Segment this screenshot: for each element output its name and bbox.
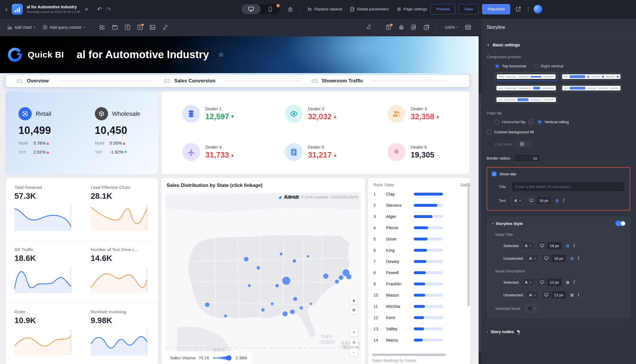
trend-card[interactable]: SR Traffic 18.6K [6, 240, 82, 302]
dealer-kpi[interactable]: Dealer 3 32,358▲ [367, 94, 469, 133]
bold-button[interactable]: B [566, 243, 569, 248]
redo-icon[interactable]: ↷ [106, 6, 111, 13]
vertical-rolling-radio[interactable] [537, 120, 542, 124]
italic-button[interactable]: I [563, 198, 564, 203]
font-size-select[interactable]: 16 px [537, 241, 562, 250]
trend-card[interactable]: Total Retained 57.3K [6, 178, 82, 240]
text-widget-icon[interactable] [125, 24, 130, 30]
italic-button[interactable]: I [578, 256, 579, 261]
italic-button[interactable]: I [578, 292, 579, 297]
preview-button[interactable]: Preview [430, 4, 455, 14]
font-color-select[interactable]: A▾ [526, 254, 539, 263]
batch-select-icon[interactable] [424, 24, 429, 30]
clean-brush-icon[interactable] [398, 24, 404, 30]
storyline-style-header[interactable]: ▾Storyline Style [492, 221, 626, 226]
ranking-row[interactable]: 1 Clay [368, 188, 471, 200]
ranking-row[interactable]: 5 Gove [368, 233, 471, 244]
border-radius-input[interactable]: px [514, 154, 541, 162]
ranking-row[interactable]: 9 Franklin [368, 278, 471, 289]
bold-button[interactable]: B [571, 256, 574, 261]
storyline-tab[interactable]: 03 Showroom Traffic [311, 78, 459, 84]
back-icon[interactable]: ‹ [5, 5, 8, 13]
top-horizontal-radio[interactable] [495, 64, 499, 68]
map-panel[interactable]: Sales Distribution by State (click linka… [161, 178, 365, 364]
font-size-select[interactable]: 12 px [541, 291, 567, 299]
link-widget-icon[interactable] [162, 25, 168, 30]
show-title-checkbox[interactable]: ✓ [492, 172, 496, 176]
dealer-kpi[interactable]: Dealer 4 31,733▲ [161, 133, 264, 172]
map-viewport[interactable]: 墨西哥 巴哈马 特克斯和凯 斯群岛(英) 高德地图 © 2026 AutoNav… [165, 192, 361, 364]
device-toggle[interactable] [242, 4, 280, 14]
page-settings-button[interactable]: Page settings [396, 7, 427, 12]
horizontal-scrollbar[interactable] [372, 354, 446, 356]
ranking-row[interactable]: 12 Kent [368, 312, 471, 323]
banner-star-icon[interactable]: ☆ [218, 51, 224, 58]
text-color-select[interactable]: A▾ [511, 196, 524, 205]
bold-button[interactable]: B [556, 198, 559, 203]
font-color-select[interactable]: A▾ [522, 278, 534, 287]
trend-card[interactable]: Number of Test Drive L... 14.6K [82, 240, 159, 302]
ranking-row[interactable]: 10 Mason [368, 289, 471, 301]
component-settings-icon[interactable] [99, 25, 105, 30]
font-color-select[interactable]: A▾ [526, 291, 539, 299]
rich-text-icon[interactable] [137, 24, 143, 30]
dealer-kpi[interactable]: Dealer 1 12,597▼ [161, 94, 264, 133]
dashboard-banner[interactable]: Quick BI al for Automotive Industry ☆ [0, 36, 479, 73]
add-query-control-button[interactable]: Add query control ▾ [43, 25, 85, 30]
story-nodes-section[interactable]: › Story nodes ✎ [487, 329, 631, 334]
theme-doc-icon[interactable] [386, 24, 392, 30]
vertical-scrollbar[interactable] [468, 183, 470, 306]
ranking-row[interactable]: 4 Pierce [368, 222, 471, 233]
dealer-kpi[interactable]: Dealer 5 31,217▲ [264, 133, 367, 172]
style-thumbnail-5[interactable] [495, 95, 558, 104]
horizontal-flip-radio[interactable] [495, 120, 499, 124]
right-vertical-radio[interactable] [534, 64, 538, 68]
replace-dataset-button[interactable]: Replace dataset [307, 7, 343, 12]
retail-wholesale-card[interactable]: Retail 10,499 MoM5.76%▲ YoY2.91%▲ [6, 92, 158, 174]
trend-card[interactable]: Lead Effective Clues 28.1K [82, 178, 159, 240]
republish-button[interactable]: Republish [482, 4, 510, 14]
hide-preview-icon[interactable] [411, 24, 417, 30]
panel-scroll-thumb[interactable] [479, 93, 481, 352]
zoom-level-select[interactable]: 100% ▾ [445, 25, 458, 30]
bold-button[interactable]: B [571, 293, 574, 297]
undo-icon[interactable]: ↶ [97, 6, 102, 13]
ranking-row[interactable]: 7 Dewey [368, 256, 471, 267]
lock-icon[interactable] [288, 7, 293, 12]
ranking-row[interactable]: 13 Valley [368, 323, 471, 334]
map-north-icon[interactable]: ▲ [350, 296, 358, 304]
edit-pencil-icon[interactable]: ✎ [517, 329, 521, 334]
image-widget-icon[interactable] [150, 25, 155, 30]
global-parameters-button[interactable]: Global parameters [350, 7, 389, 12]
font-size-select[interactable]: 12 px [537, 278, 562, 287]
user-avatar[interactable] [534, 5, 542, 14]
tab-container-icon[interactable] [112, 25, 118, 30]
grid-layout-icon[interactable] [465, 25, 471, 30]
storyline-style-toggle[interactable] [615, 221, 626, 226]
title-input[interactable] [511, 181, 625, 192]
storyline-tab[interactable]: 01 Overview [16, 78, 164, 84]
ranking-panel[interactable]: Rank State Sales 1 Clay [368, 178, 471, 364]
map-pan-icon[interactable] [350, 306, 358, 314]
add-chart-button[interactable]: Add chart ▾ [7, 25, 35, 30]
style-thumbnail-4[interactable] [560, 84, 622, 92]
magic-link-icon[interactable] [366, 24, 372, 30]
trend-card[interactable]: RunRate Invoicing 9.98K [82, 302, 159, 364]
text-size-select[interactable]: 16 px [526, 196, 552, 205]
ranking-row[interactable]: 14 Maury [368, 334, 471, 346]
style-thumbnail-3[interactable] [495, 84, 558, 92]
basic-settings-section[interactable]: ▼ Basic settings [487, 43, 631, 47]
more-menu-icon[interactable]: ⋮ [526, 6, 531, 12]
style-thumbnail-1[interactable] [495, 72, 558, 81]
map-locate-icon[interactable] [350, 338, 358, 346]
italic-button[interactable]: I [573, 243, 575, 248]
dealer-kpi[interactable]: Dealer 2 32,032▲ [264, 94, 367, 133]
dealer-kpi[interactable]: Dealer 6 19,305→ [367, 133, 469, 172]
storyline-tab[interactable]: 02 Sales Conversion [164, 78, 311, 84]
selected-block-color-picker[interactable]: ▾ [525, 304, 539, 312]
custom-background-checkbox[interactable] [487, 130, 491, 134]
trend-card[interactable]: Order 10.9K [6, 302, 82, 364]
share-icon[interactable] [515, 6, 521, 12]
bold-button[interactable]: B [566, 280, 569, 285]
ranking-row[interactable]: 3 Alger [368, 211, 471, 222]
